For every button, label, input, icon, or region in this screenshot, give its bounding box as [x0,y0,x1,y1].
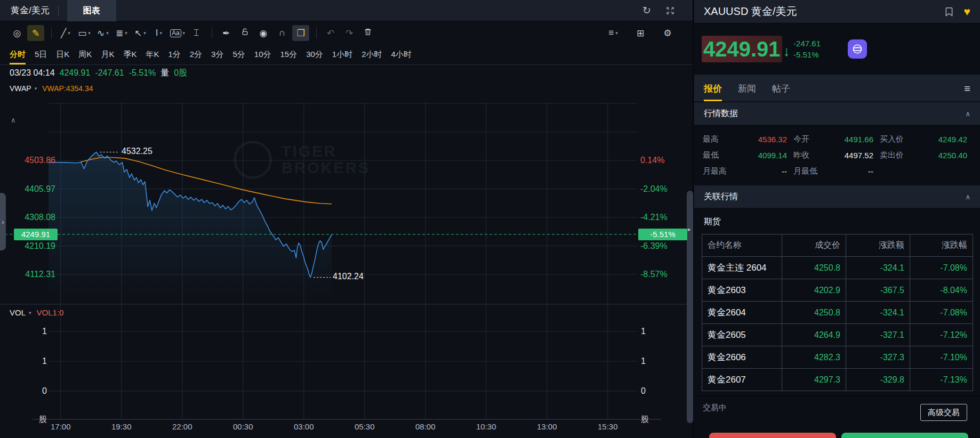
time-tick-label: 10:30 [465,422,508,431]
watermark-text: TIGERBROKERS [282,143,370,176]
redo-icon: ↷ [346,28,353,39]
timeframe-5分[interactable]: 5分 [232,45,245,64]
table-cell: 黄金主连 2604 [702,257,782,279]
chevron-down-icon[interactable]: ▾ [160,30,163,36]
fullscreen-icon[interactable] [666,6,674,15]
quote-lines-button[interactable]: ≣▾ [113,25,130,41]
timeframe-10分[interactable]: 10分 [254,45,271,64]
panel-tabs: 报价新闻帖子≡ [694,75,980,101]
timeframe-5日[interactable]: 5日 [35,45,47,64]
link-copy-button[interactable]: ❐ [292,25,309,41]
chevron-down-icon[interactable]: ▾ [68,30,70,36]
left-panel-expander[interactable]: › [0,193,6,250]
chart-area[interactable]: VWAP ▾ VWAP:4354.34 ∧ TIGERBROKERS 4249.… [0,81,694,438]
eye-button[interactable]: ◉ [255,25,272,41]
chevron-down-icon[interactable]: ▾ [143,30,146,36]
rectangle-tool-button[interactable]: ▭▾ [76,25,93,41]
chevron-down-icon[interactable]: ▾ [35,86,37,91]
timeframe-1分[interactable]: 1分 [168,45,180,64]
section-related[interactable]: 关联行情 ∧ [694,185,980,208]
panel-tab-新闻[interactable]: 新闻 [738,83,756,101]
chevron-down-icon[interactable]: ▾ [125,30,127,36]
chevron-down-icon[interactable]: ▾ [29,310,31,315]
vol-tick-label: 1 [0,326,47,337]
buy-button[interactable] [841,433,968,438]
timeframe-日K[interactable]: 日K [56,45,69,64]
favorite-heart-icon[interactable]: ♥ [964,5,970,18]
high-annotation: 4532.25 [122,147,152,156]
settings-gear-icon: ⚙ [663,28,671,39]
status-change-pct: -5.51% [129,68,156,78]
time-tick-label: 08:00 [404,422,447,431]
layout-grid-button[interactable]: ⊞ [632,25,649,41]
table-row[interactable]: 黄金26054264.9-327.1-7.12% [702,324,973,346]
expand-right-icon[interactable]: ▸ [688,226,691,233]
text-label-tool-button[interactable]: Aa▾ [169,25,186,41]
timeframe-3分[interactable]: 3分 [211,45,223,64]
toolbar-right: ≡▾⊞⚙ [605,25,693,41]
lock-button[interactable] [236,25,253,41]
timeframe-15分[interactable]: 15分 [280,45,297,64]
fx-globe-badge-icon[interactable] [848,39,867,59]
panel-tab-报价[interactable]: 报价 [704,83,722,101]
timeframe-季K[interactable]: 季K [123,45,136,64]
chevron-down-icon[interactable]: ▾ [88,30,91,36]
menu-hamburger-icon[interactable]: ≡ [964,83,970,101]
table-row[interactable]: 黄金主连 26044250.8-324.1-7.08% [702,257,973,279]
timeframe-1小时[interactable]: 1小时 [332,45,352,64]
chart-section: 黄金/美元 图表 ↻ ◎✎╱▾▭▾∿▾≣▾↖▾I▾Aa▾⌶✒◉∩❐↶↷ ≡▾⊞⚙… [0,0,694,438]
bookmark-icon[interactable] [945,7,953,17]
timeframe-分时[interactable]: 分时 [10,45,26,64]
timeframe-月K[interactable]: 月K [101,45,114,64]
time-tick-label: 00:30 [222,422,264,431]
refresh-icon[interactable]: ↻ [642,4,651,17]
timeframe-30分[interactable]: 30分 [306,45,323,64]
timeframe-年K[interactable]: 年K [146,45,159,64]
link-copy-icon: ❐ [296,28,304,39]
wave-tool-button[interactable]: ∿▾ [94,25,111,41]
table-row[interactable]: 黄金26064282.3-327.3-7.10% [702,346,973,369]
timeframe-周K[interactable]: 周K [78,45,92,64]
marker-pen-button[interactable]: ✒ [218,25,235,41]
settings-gear-button[interactable]: ⚙ [659,25,676,41]
trend-line-button[interactable]: ╱▾ [57,25,74,41]
redo-button[interactable]: ↷ [341,25,358,41]
advanced-trade-button[interactable]: 高级交易 [920,404,967,421]
table-row[interactable]: 黄金26074297.3-329.8-7.13% [702,369,973,391]
table-cell: 黄金2605 [702,324,782,346]
table-row[interactable]: 黄金26034202.9-367.5-8.04% [702,279,973,302]
chevron-down-icon[interactable]: ▾ [615,30,618,36]
timeframe-2分[interactable]: 2分 [190,45,202,64]
section-quote-data[interactable]: 行情数据 ∧ [694,102,980,125]
table-cell: -7.08% [910,257,973,279]
price-block: 4249.91 ↓ -247.61 -5.51% [694,23,980,75]
candle-measure-button[interactable]: ⌶ [188,25,205,41]
price-tick-label: 4210.19 [0,241,55,252]
timeframe-2小时[interactable]: 2小时 [362,45,382,64]
chevron-down-icon[interactable]: ▾ [106,30,109,36]
layout-list-button[interactable]: ≡▾ [605,25,622,41]
text-cursor-tool-button[interactable]: I▾ [150,25,167,41]
tab-chart[interactable]: 图表 [67,0,116,21]
chevron-up-icon[interactable]: ∧ [965,193,970,201]
toolbar-divider [51,28,52,38]
collapse-pane-icon[interactable]: ∧ [11,116,16,124]
trash-button[interactable] [359,25,376,41]
draw-pencil-button[interactable]: ✎ [27,25,44,41]
chevron-down-icon[interactable]: ▾ [183,30,186,36]
magnet-button[interactable]: ∩ [274,25,291,41]
crosshair-tool-button[interactable]: ◎ [9,25,26,41]
vol-tick-label: 0 [641,386,646,396]
sell-button[interactable] [709,433,836,438]
table-row[interactable]: 黄金26044250.8-324.1-7.08% [702,302,973,324]
chevron-up-icon[interactable]: ∧ [965,110,970,118]
vol-indicator-row[interactable]: VOL ▾ VOL1:0 [10,308,63,317]
quote-value: -- [829,167,873,176]
arrow-tool-button[interactable]: ↖▾ [132,25,149,41]
panel-tab-帖子[interactable]: 帖子 [772,83,790,101]
timeframe-4小时[interactable]: 4小时 [391,45,412,64]
undo-button[interactable]: ↶ [322,25,339,41]
status-vol-label: 量 [160,68,169,79]
vwap-indicator-row[interactable]: VWAP ▾ VWAP:4354.34 [10,84,93,93]
magnet-icon: ∩ [279,28,285,38]
